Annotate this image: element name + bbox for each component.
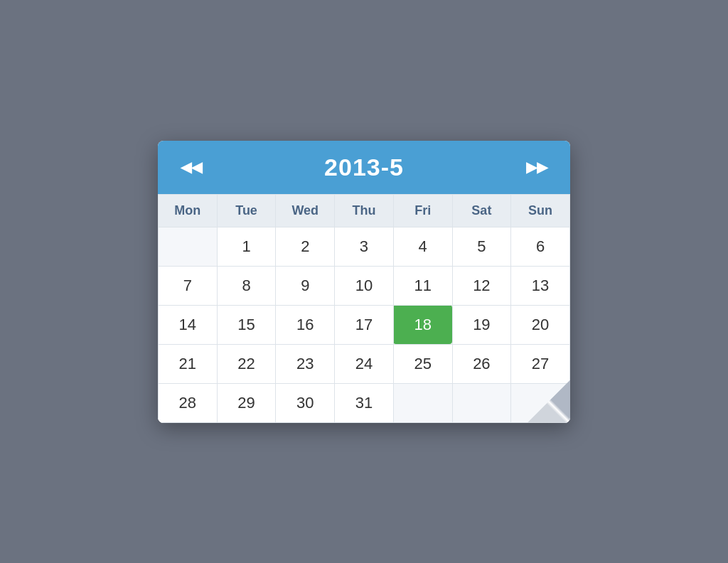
calendar-day[interactable]: 16 [276, 305, 335, 344]
calendar-day[interactable]: 27 [511, 344, 570, 383]
next-month-button[interactable]: ▶▶ [520, 156, 553, 178]
calendar-day[interactable]: 10 [335, 266, 394, 305]
calendar-title: 2013-5 [324, 154, 404, 181]
calendar-day[interactable]: 14 [159, 305, 218, 344]
calendar-week-row: 28293031 [159, 383, 570, 422]
calendar-widget: ◀◀ 2013-5 ▶▶ MonTueWedThuFriSatSun 12345… [158, 141, 570, 423]
calendar-day[interactable]: 3 [335, 227, 394, 266]
calendar-day [452, 383, 511, 422]
weekday-header: Thu [335, 194, 394, 227]
calendar-day[interactable]: 28 [159, 383, 218, 422]
calendar-body: MonTueWedThuFriSatSun 123456789101112131… [158, 194, 570, 423]
calendar-day[interactable]: 15 [217, 305, 276, 344]
calendar-day[interactable]: 2 [276, 227, 335, 266]
calendar-day[interactable]: 30 [276, 383, 335, 422]
calendar-day[interactable]: 19 [452, 305, 511, 344]
calendar-day[interactable]: 26 [452, 344, 511, 383]
weekday-header: Sun [511, 194, 570, 227]
weekday-header: Wed [276, 194, 335, 227]
calendar-day[interactable]: 25 [393, 344, 452, 383]
calendar-day[interactable]: 9 [276, 266, 335, 305]
calendar-day[interactable]: 31 [335, 383, 394, 422]
calendar-day [159, 227, 218, 266]
calendar-day[interactable]: 11 [393, 266, 452, 305]
calendar-week-row: 14151617181920 [159, 305, 570, 344]
calendar-day[interactable]: 23 [276, 344, 335, 383]
weekday-header: Fri [393, 194, 452, 227]
calendar-weekdays: MonTueWedThuFriSatSun [159, 194, 570, 227]
calendar-day[interactable]: 12 [452, 266, 511, 305]
weekday-header: Sat [452, 194, 511, 227]
calendar-day[interactable]: 6 [511, 227, 570, 266]
calendar-day[interactable]: 29 [217, 383, 276, 422]
calendar-week-row: 123456 [159, 227, 570, 266]
calendar-day[interactable]: 22 [217, 344, 276, 383]
calendar-day[interactable]: 21 [159, 344, 218, 383]
calendar-day[interactable]: 8 [217, 266, 276, 305]
calendar-day[interactable]: 1 [217, 227, 276, 266]
prev-month-button[interactable]: ◀◀ [175, 156, 208, 178]
calendar-week-row: 21222324252627 [159, 344, 570, 383]
calendar-day[interactable]: 4 [393, 227, 452, 266]
calendar-day [393, 383, 452, 422]
calendar-day[interactable]: 24 [335, 344, 394, 383]
calendar-day[interactable]: 5 [452, 227, 511, 266]
calendar-day [511, 383, 570, 422]
calendar-day[interactable]: 17 [335, 305, 394, 344]
calendar-day[interactable]: 7 [159, 266, 218, 305]
calendar-day[interactable]: 13 [511, 266, 570, 305]
calendar-week-row: 78910111213 [159, 266, 570, 305]
calendar-grid: MonTueWedThuFriSatSun 123456789101112131… [158, 194, 570, 423]
calendar-header: ◀◀ 2013-5 ▶▶ [158, 141, 570, 194]
calendar-day[interactable]: 18 [393, 305, 452, 344]
calendar-day[interactable]: 20 [511, 305, 570, 344]
weekday-header: Mon [159, 194, 218, 227]
weekday-header: Tue [217, 194, 276, 227]
